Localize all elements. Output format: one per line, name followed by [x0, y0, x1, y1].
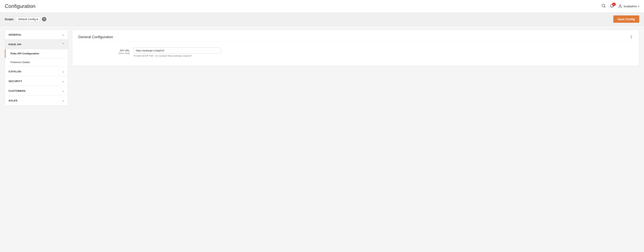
sidebar-item-customers[interactable]: CUSTOMERS ⌄: [5, 86, 68, 96]
sidebar-security-label: SECURITY: [8, 80, 22, 83]
chevron-down-icon: ⌄: [62, 79, 64, 83]
chevron-down-icon: ⌄: [62, 33, 64, 36]
search-icon[interactable]: [602, 3, 606, 9]
user-menu[interactable]: localadmin ▾: [618, 4, 639, 8]
sidebar-item-catalog[interactable]: CATALOG ⌄: [5, 67, 68, 76]
collapse-icon[interactable]: ⇧: [630, 35, 633, 39]
svg-line-1: [604, 6, 605, 7]
page-title: Configuration: [5, 3, 36, 9]
chevron-down-icon: ⌄: [62, 89, 64, 92]
sidebar-section-catalog: CATALOG ⌄: [5, 67, 68, 76]
api-url-row: API URL [store view] Provide full API Pa…: [78, 47, 633, 57]
sidebar-catalog-label: CATALOG: [8, 70, 22, 73]
scope-chevron-icon: ▾: [36, 17, 38, 21]
chevron-down-icon: ⌄: [62, 99, 64, 102]
chevron-up-icon: ⌃: [62, 43, 64, 46]
sidebar-section-poke-api: POKE API ⌃ Poke API Configuration Pokemo…: [5, 39, 68, 67]
sidebar-item-poke-api[interactable]: POKE API ⌃: [5, 39, 68, 49]
scope-left: Scope: Default Config ▾ ?: [5, 17, 46, 22]
sidebar-sales-label: SALES: [8, 99, 18, 102]
sidebar-item-pokemon-details[interactable]: Pokemon Details: [5, 58, 68, 66]
api-url-input[interactable]: [134, 47, 221, 54]
user-name: localadmin: [624, 5, 637, 8]
sidebar-item-poke-api-config[interactable]: Poke API Configuration: [5, 49, 68, 58]
header-right: 1 localadmin ▾: [602, 3, 639, 9]
sidebar-item-general[interactable]: GENERAL ⌄: [5, 30, 68, 39]
sidebar-section-customers: CUSTOMERS ⌄: [5, 86, 68, 96]
content-section-title: General Configuration: [78, 35, 113, 39]
sidebar-section-sales: SALES ⌄: [5, 96, 68, 105]
sidebar-poke-api-label: POKE API: [8, 43, 22, 46]
notification-badge: 1: [612, 2, 616, 6]
scope-label: Scope:: [5, 17, 14, 21]
content-panel: General Configuration ⇧ API URL [store v…: [72, 30, 639, 66]
api-url-sub-label: [store view]: [78, 52, 130, 54]
help-icon[interactable]: ?: [42, 17, 46, 21]
api-url-input-area: Provide full API Path - for example http…: [134, 47, 633, 57]
api-url-hint: Provide full API Path - for example http…: [134, 55, 633, 57]
svg-point-2: [620, 4, 621, 6]
poke-api-sub-items: Poke API Configuration Pokemon Details: [5, 49, 68, 66]
user-chevron-icon: ▾: [638, 5, 639, 8]
header: Configuration 1 localadmin ▾: [0, 0, 644, 13]
api-url-label: API URL [store view]: [78, 47, 134, 54]
scope-select[interactable]: Default Config ▾: [16, 17, 40, 22]
main-layout: GENERAL ⌄ POKE API ⌃ Poke API Configurat…: [0, 26, 644, 109]
content-section-header: General Configuration ⇧: [78, 35, 633, 41]
sidebar: GENERAL ⌄ POKE API ⌃ Poke API Configurat…: [5, 30, 68, 105]
sidebar-item-sales[interactable]: SALES ⌄: [5, 96, 68, 105]
notification-bell[interactable]: 1: [610, 4, 614, 9]
chevron-down-icon: ⌄: [62, 70, 64, 73]
scope-bar: Scope: Default Config ▾ ? Save Config: [0, 13, 644, 26]
sidebar-section-general: GENERAL ⌄: [5, 30, 68, 39]
sidebar-general-label: GENERAL: [8, 33, 22, 36]
save-config-button[interactable]: Save Config: [613, 15, 639, 23]
scope-value: Default Config: [18, 17, 36, 21]
sidebar-item-security[interactable]: SECURITY ⌄: [5, 76, 68, 86]
sidebar-customers-label: CUSTOMERS: [8, 89, 26, 92]
sidebar-section-security: SECURITY ⌄: [5, 76, 68, 86]
